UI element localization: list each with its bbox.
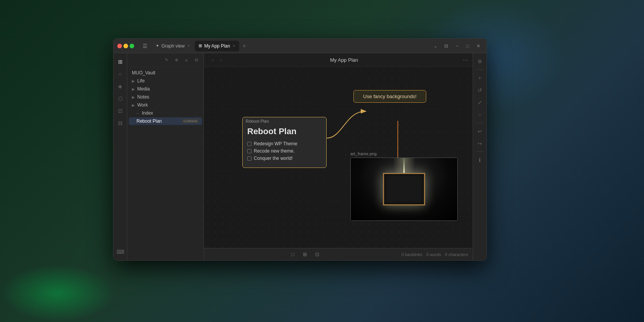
left-sidebar: ⊞ ○ ◈ ⬡ ⊡ ⊟ ⌨ bbox=[113, 53, 127, 260]
bottom-bar-right: 0 backlinks 0 words 0 characters bbox=[402, 252, 468, 257]
characters-stat: 0 characters bbox=[445, 252, 468, 257]
content-area: ⊞ ○ ◈ ⬡ ⊡ ⊟ ⌨ ✎ ⊕ ≡ ⊟ MUO_Vault ▶ Life bbox=[113, 53, 486, 260]
text-node[interactable]: Use fancy backgrounds! bbox=[353, 90, 426, 103]
right-minus-icon[interactable]: − bbox=[475, 110, 485, 120]
checkbox-2[interactable] bbox=[247, 149, 251, 153]
list-item-1: Redesign WP Theme bbox=[247, 141, 322, 146]
tree-label-notes: Notes bbox=[137, 94, 199, 100]
tree-arrow-notes: ▶ bbox=[132, 95, 136, 99]
right-undo-icon[interactable]: ↩ bbox=[475, 126, 485, 136]
window-controls bbox=[113, 44, 138, 48]
tree-arrow-work: ▶ bbox=[132, 103, 136, 107]
list-item-1-text: Redesign WP Theme bbox=[254, 141, 297, 146]
forward-button[interactable]: › bbox=[217, 56, 225, 64]
checkbox-1[interactable] bbox=[247, 142, 251, 146]
file-tree-content: MUO_Vault ▶ Life ▶ Media ▶ Notes ▶ Work bbox=[127, 67, 204, 260]
list-item-2: Recode new theme. bbox=[247, 148, 322, 154]
right-refresh-icon[interactable]: ↺ bbox=[475, 85, 485, 95]
sidebar-toggle-button[interactable]: ☰ bbox=[140, 41, 150, 51]
tree-item-media[interactable]: ▶ Media bbox=[129, 85, 202, 93]
tree-item-life[interactable]: ▶ Life bbox=[129, 77, 202, 85]
split-view-button[interactable]: ⊟ bbox=[442, 42, 450, 50]
art-frame-spotlight bbox=[403, 158, 405, 173]
window-minimize-btn[interactable]: − bbox=[453, 42, 461, 50]
new-tab-button[interactable]: + bbox=[240, 42, 248, 50]
bottom-bar: □ ⊞ ⊡ 0 backlinks 0 words 0 characters bbox=[204, 248, 473, 260]
art-frame-inner bbox=[383, 173, 425, 205]
sidebar-docs-icon[interactable]: ⊟ bbox=[115, 118, 126, 128]
tab-myappplan-close[interactable]: ✕ bbox=[232, 44, 235, 48]
canvas-tab-icon: ⊞ bbox=[199, 43, 202, 48]
right-expand-icon[interactable]: ⤢ bbox=[475, 97, 485, 107]
right-plus-icon[interactable]: + bbox=[475, 73, 485, 83]
note-node[interactable]: Reboot Plan Reboot Plan Redesign WP Them… bbox=[242, 117, 327, 168]
tab-graph-label: Graph view bbox=[161, 43, 185, 49]
backlinks-stat: 0 backlinks bbox=[402, 252, 422, 257]
tree-arrow-index: – bbox=[136, 111, 140, 115]
new-folder-action-btn[interactable]: ⊕ bbox=[172, 56, 181, 64]
tree-badge-canvas: CANVAS bbox=[182, 119, 199, 123]
main-area: ‹ › My App Plan ⋯ bbox=[204, 53, 473, 260]
close-button[interactable] bbox=[117, 44, 122, 48]
tree-item-my-app-plan[interactable]: Reboot Plan CANVAS bbox=[129, 117, 202, 125]
right-redo-icon[interactable]: ↪ bbox=[475, 138, 485, 148]
text-node-content: Use fancy backgrounds! bbox=[363, 94, 416, 99]
tree-label-my-app-plan: Reboot Plan bbox=[136, 118, 181, 124]
right-panel-sep-3 bbox=[476, 151, 484, 152]
image-node-title: art_frame.png bbox=[350, 151, 458, 158]
window-close-btn[interactable]: ✕ bbox=[474, 42, 483, 50]
right-panel: ⚙ + ↺ ⤢ − ↩ ↪ ℹ bbox=[473, 53, 486, 260]
tree-label-media: Media bbox=[137, 86, 199, 92]
graph-tab-icon: ✦ bbox=[156, 43, 159, 48]
list-item-2-text: Recode new theme. bbox=[254, 148, 295, 154]
right-panel-sep-1 bbox=[476, 69, 484, 70]
tree-label-life: Life bbox=[137, 78, 199, 84]
tree-item-index[interactable]: – Index bbox=[129, 109, 202, 117]
sidebar-graph-icon[interactable]: ⬡ bbox=[115, 93, 126, 104]
tree-item-work[interactable]: ▶ Work bbox=[129, 101, 202, 109]
canvas-area[interactable]: Reboot Plan Reboot Plan Redesign WP Them… bbox=[204, 67, 473, 248]
tree-arrow-media: ▶ bbox=[132, 87, 136, 91]
tab-graph-view[interactable]: ✦ Graph view ✕ bbox=[152, 41, 194, 51]
collapse-action-btn[interactable]: ⊟ bbox=[192, 56, 200, 64]
note-node-list: Redesign WP Theme Recode new theme. Conq… bbox=[247, 141, 322, 161]
note-node-heading: Reboot Plan bbox=[247, 127, 322, 136]
note-node-content: Reboot Plan Redesign WP Theme Recode new… bbox=[243, 123, 326, 168]
bg-glow-green bbox=[0, 264, 115, 322]
file-tree-header: ✎ ⊕ ≡ ⊟ bbox=[127, 53, 204, 67]
tab-my-app-plan-label: My App Plan bbox=[204, 43, 230, 49]
sort-action-btn[interactable]: ≡ bbox=[182, 56, 191, 64]
sidebar-files-icon[interactable]: ⊞ bbox=[115, 56, 126, 67]
image-node[interactable]: art_frame.png bbox=[350, 151, 458, 221]
obsidian-window: ☰ ✦ Graph view ✕ ⊞ My App Plan ✕ + ⌄ ⊟ −… bbox=[113, 38, 487, 261]
tree-root[interactable]: MUO_Vault bbox=[129, 69, 202, 77]
right-settings-icon[interactable]: ⚙ bbox=[475, 56, 485, 66]
tab-graph-close[interactable]: ✕ bbox=[187, 44, 190, 48]
sidebar-terminal-icon[interactable]: ⌨ bbox=[115, 246, 126, 257]
back-button[interactable]: ‹ bbox=[209, 56, 217, 64]
bottom-duplicate-icon[interactable]: ⊞ bbox=[301, 250, 310, 259]
tab-my-app-plan[interactable]: ⊞ My App Plan ✕ bbox=[195, 41, 239, 51]
expand-panel-button[interactable]: ⌄ bbox=[431, 42, 440, 50]
tree-item-notes[interactable]: ▶ Notes bbox=[129, 93, 202, 101]
bottom-media-icon[interactable]: ⊡ bbox=[313, 250, 322, 259]
bottom-new-note-icon[interactable]: □ bbox=[288, 250, 297, 259]
new-note-action-btn[interactable]: ✎ bbox=[162, 56, 171, 64]
minimize-button[interactable] bbox=[123, 44, 128, 48]
image-node-frame bbox=[350, 158, 458, 221]
title-bar: ☰ ✦ Graph view ✕ ⊞ My App Plan ✕ + ⌄ ⊟ −… bbox=[113, 39, 486, 53]
sidebar-calendar-icon[interactable]: ⊡ bbox=[115, 105, 126, 116]
tree-arrow-life: ▶ bbox=[132, 79, 136, 83]
sidebar-bookmark-icon[interactable]: ◈ bbox=[115, 81, 126, 92]
list-item-3-text: Conquer the world! bbox=[254, 156, 292, 161]
title-bar-right: ⌄ ⊟ − □ ✕ bbox=[431, 42, 486, 50]
maximize-button[interactable] bbox=[130, 44, 134, 48]
window-maximize-btn[interactable]: □ bbox=[463, 42, 472, 50]
checkbox-3[interactable] bbox=[247, 156, 251, 161]
right-info-icon[interactable]: ℹ bbox=[475, 155, 485, 165]
sidebar-search-icon[interactable]: ○ bbox=[115, 69, 126, 79]
list-item-3: Conquer the world! bbox=[247, 156, 322, 161]
nav-more-button[interactable]: ⋯ bbox=[463, 57, 468, 63]
tabs-area: ✦ Graph view ✕ ⊞ My App Plan ✕ + bbox=[150, 41, 431, 51]
note-node-title: Reboot Plan bbox=[243, 117, 326, 123]
